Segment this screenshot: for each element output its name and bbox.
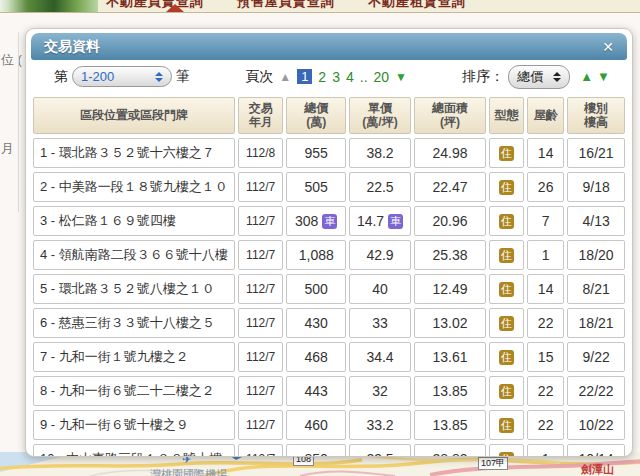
cell-total-price: 468	[286, 342, 346, 372]
cell-age: 22	[527, 376, 564, 406]
background-divider	[18, 32, 19, 212]
cell-age: 14	[527, 274, 564, 304]
table-row[interactable]: 4 - 領航南路二段３６６號十八樓 112/7 1,088 42.9 25.38…	[33, 240, 625, 270]
header-address: 區段位置或區段門牌	[33, 97, 235, 134]
cell-date: 112/7	[238, 342, 283, 372]
cell-area: 13.61	[414, 342, 486, 372]
table-row[interactable]: 5 - 環北路３５２號八樓之１０ 112/7 500 40 12.49 住 14…	[33, 274, 625, 304]
cell-age: 7	[527, 206, 564, 236]
cell-total-price: 308車	[286, 206, 346, 236]
cell-total-price: 505	[286, 172, 346, 202]
cell-address: 6 - 慈惠三街３３號十八樓之５	[33, 308, 235, 338]
cell-area: 13.85	[414, 410, 486, 440]
cell-floor: 4/13	[567, 206, 625, 236]
cell-address: 8 - 九和一街６號二十二樓之２	[33, 376, 235, 406]
cell-area: 25.38	[414, 240, 486, 270]
sort-value: 總價	[517, 68, 543, 86]
dialog-titlebar[interactable]: 交易資料 ✕	[31, 33, 627, 60]
page-number-20[interactable]: 20	[374, 69, 390, 85]
transaction-dialog: 交易資料 ✕ 第 1-200 筆 頁次 ▲ 1 2 3 4 .. 20	[25, 28, 633, 457]
header-area: 總面積 (坪)	[414, 97, 486, 134]
top-menu-item-presale[interactable]: 預售屋買賣查詢	[237, 0, 335, 11]
table-row[interactable]: 3 - 松仁路１６９號四樓 112/7 308車 14.7車 20.96 住 7…	[33, 206, 625, 236]
cell-floor: 10/14	[567, 444, 625, 457]
cell-address: 2 - 中美路一段１８號九樓之１０	[33, 172, 235, 202]
record-range-suffix: 筆	[176, 68, 190, 86]
page-next-icon[interactable]: ▼	[395, 70, 407, 84]
cell-age: 22	[527, 308, 564, 338]
cell-type: 住	[489, 274, 524, 304]
cell-type: 住	[489, 376, 524, 406]
page-number-4[interactable]: 4	[346, 69, 354, 85]
table-row[interactable]: 2 - 中美路一段１８號九樓之１０ 112/7 505 22.5 22.47 住…	[33, 172, 625, 202]
residential-badge: 住	[499, 316, 514, 331]
cell-total-price: 460	[286, 410, 346, 440]
cell-floor: 8/21	[567, 274, 625, 304]
header-total-price: 總價 (萬)	[286, 97, 346, 134]
table-header-row: 區段位置或區段門牌 交易 年月 總價 (萬) 單價 (萬/坪) 總面積 (坪) …	[33, 97, 625, 134]
cell-floor: 10/22	[567, 410, 625, 440]
residential-badge: 住	[499, 180, 514, 195]
table-row[interactable]: 1 - 環北路３５２號十六樓之７ 112/8 955 38.2 24.98 住 …	[33, 138, 625, 168]
cell-address: 10 - 中山東路三段１３６號十樓	[33, 444, 235, 457]
cell-floor: 9/18	[567, 172, 625, 202]
sort-select[interactable]: 總價	[508, 65, 570, 89]
table-row[interactable]: 6 - 慈惠三街３３號十八樓之５ 112/7 430 33 13.02 住 22…	[33, 308, 625, 338]
close-icon[interactable]: ✕	[602, 39, 614, 55]
cell-date: 112/7	[238, 240, 283, 270]
cell-date: 112/7	[238, 308, 283, 338]
page-ellipsis: ..	[360, 69, 368, 85]
cell-total-price: 955	[286, 138, 346, 168]
parking-badge: 車	[388, 214, 403, 229]
cell-age: 22	[527, 410, 564, 440]
cell-type: 住	[489, 410, 524, 440]
table-row[interactable]: 8 - 九和一街６號二十二樓之２ 112/7 443 32 13.85 住 22…	[33, 376, 625, 406]
cell-address: 3 - 松仁路１６９號四樓	[33, 206, 235, 236]
residential-badge: 住	[499, 282, 514, 297]
mountain-label: 劍潭山	[581, 462, 614, 476]
cell-type: 住	[489, 240, 524, 270]
cell-type: 住	[489, 342, 524, 372]
background-text-fragment: 月	[1, 140, 14, 158]
table-row[interactable]: 9 - 九和一街６號十樓之９ 112/7 460 33.2 13.85 住 22…	[33, 410, 625, 440]
cell-unit-price: 40	[349, 274, 411, 304]
cell-area: 22.47	[414, 172, 486, 202]
top-menu-item-sale[interactable]: 不動產買賣查詢	[106, 0, 204, 11]
page-number-1[interactable]: 1	[297, 69, 312, 84]
page-number-3[interactable]: 3	[332, 69, 340, 85]
residential-badge: 住	[499, 350, 514, 365]
sort-desc-icon[interactable]: ▼	[597, 69, 610, 84]
record-range-select[interactable]: 1-200	[72, 66, 172, 87]
page: 不動產買賣查詢 預售屋買賣查詢 不動產租賃查詢 位 ( 月 108 107甲 劍…	[0, 0, 640, 476]
table-row[interactable]: 10 - 中山東路三段１３６號十樓 112/7 850 29.5 28.83 住…	[33, 444, 625, 457]
cell-date: 112/7	[238, 410, 283, 440]
top-menu: 不動產買賣查詢 預售屋買賣查詢 不動產租賃查詢	[106, 0, 466, 11]
cell-unit-price: 22.5	[349, 172, 411, 202]
cell-unit-price: 14.7車	[349, 206, 411, 236]
cell-total-price: 430	[286, 308, 346, 338]
cell-address: 1 - 環北路３５２號十六樓之７	[33, 138, 235, 168]
cell-type: 住	[489, 444, 524, 457]
cell-address: 7 - 九和一街１號九樓之２	[33, 342, 235, 372]
table-row[interactable]: 7 - 九和一街１號九樓之２ 112/7 468 34.4 13.61 住 15…	[33, 342, 625, 372]
residential-badge: 住	[499, 384, 514, 399]
cell-age: 1	[527, 444, 564, 457]
cell-floor: 18/20	[567, 240, 625, 270]
sort-asc-icon[interactable]: ▲	[580, 69, 593, 84]
cell-unit-price: 29.5	[349, 444, 411, 457]
top-banner: 不動產買賣查詢 預售屋買賣查詢 不動產租賃查詢	[0, 0, 640, 13]
cell-type: 住	[489, 138, 524, 168]
page-number-2[interactable]: 2	[318, 69, 326, 85]
airport-label: 灣桃園國際機場	[150, 467, 227, 476]
header-date: 交易 年月	[238, 97, 283, 134]
cell-total-price: 500	[286, 274, 346, 304]
cell-date: 112/7	[238, 376, 283, 406]
cell-floor: 18/21	[567, 308, 625, 338]
transaction-table: 區段位置或區段門牌 交易 年月 總價 (萬) 單價 (萬/坪) 總面積 (坪) …	[30, 93, 628, 457]
top-menu-item-rent[interactable]: 不動產租賃查詢	[368, 0, 466, 11]
cell-floor: 9/22	[567, 342, 625, 372]
page-prev-icon[interactable]: ▲	[279, 70, 291, 84]
record-range-prefix: 第	[54, 68, 68, 86]
cell-age: 1	[527, 240, 564, 270]
cell-unit-price: 32	[349, 376, 411, 406]
